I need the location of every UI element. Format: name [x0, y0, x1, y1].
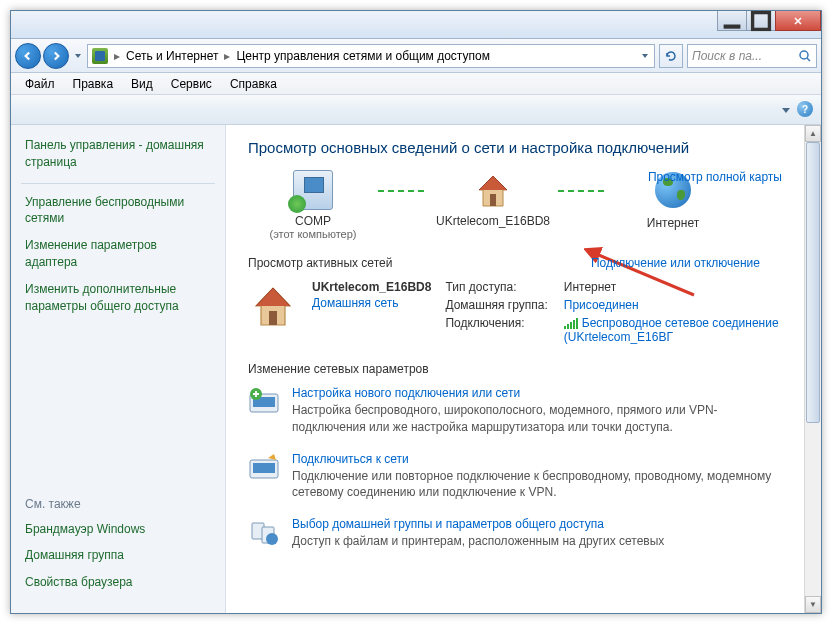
- svg-rect-6: [269, 311, 277, 325]
- scroll-down-button[interactable]: ▼: [805, 596, 821, 613]
- change-settings-title: Изменение сетевых параметров: [248, 362, 782, 376]
- task-link[interactable]: Настройка нового подключения или сети: [292, 386, 782, 400]
- content-body: Панель управления - домашняя страница Уп…: [11, 125, 821, 613]
- breadcrumb-part[interactable]: Центр управления сетями и общим доступом: [236, 49, 490, 63]
- network-map: COMP (этот компьютер) UKrtelecom_E16BD8 …: [248, 170, 782, 240]
- window: ▸ Сеть и Интернет ▸ Центр управления сет…: [10, 10, 822, 614]
- minimize-button[interactable]: [717, 11, 747, 31]
- svg-line-3: [807, 58, 810, 61]
- address-bar[interactable]: ▸ Сеть и Интернет ▸ Центр управления сет…: [87, 44, 655, 68]
- task-link[interactable]: Выбор домашней группы и параметров общег…: [292, 517, 664, 531]
- scroll-track[interactable]: [805, 142, 821, 596]
- close-button[interactable]: [775, 11, 821, 31]
- maximize-button[interactable]: [746, 11, 776, 31]
- sidebar-home-link[interactable]: Панель управления - домашняя страница: [25, 137, 211, 171]
- map-node-network[interactable]: UKrtelecom_E16BD8: [428, 170, 558, 228]
- back-button[interactable]: [15, 43, 41, 69]
- map-connector: [378, 190, 428, 192]
- menu-edit[interactable]: Правка: [65, 75, 122, 93]
- search-input[interactable]: Поиск в па...: [687, 44, 817, 68]
- connect-disconnect-link[interactable]: Подключение или отключение: [591, 256, 760, 270]
- forward-button[interactable]: [43, 43, 69, 69]
- home-network-icon: [473, 170, 513, 210]
- sidebar-link-firewall[interactable]: Брандмауэр Windows: [25, 521, 211, 538]
- refresh-button[interactable]: [659, 44, 683, 68]
- toolbar-dropdown-icon[interactable]: [781, 105, 791, 115]
- svg-rect-11: [253, 463, 275, 473]
- svg-point-14: [266, 533, 278, 545]
- computer-icon: [293, 170, 333, 210]
- window-controls: [718, 11, 821, 31]
- sidebar-link-homegroup[interactable]: Домашняя группа: [25, 547, 211, 564]
- task-link[interactable]: Подключиться к сети: [292, 452, 782, 466]
- svg-rect-4: [490, 194, 496, 206]
- prop-access-value: Интернет: [564, 280, 782, 294]
- task-desc: Подключение или повторное подключение к …: [292, 468, 782, 502]
- help-button[interactable]: ?: [797, 101, 813, 117]
- control-panel-icon: [92, 48, 108, 64]
- map-connector: [558, 190, 608, 192]
- prop-access-label: Тип доступа:: [445, 280, 547, 294]
- breadcrumb-sep: ▸: [224, 49, 230, 63]
- menu-file[interactable]: Файл: [17, 75, 63, 93]
- menu-view[interactable]: Вид: [123, 75, 161, 93]
- task-connect-network: Подключиться к сети Подключение или повт…: [248, 452, 782, 502]
- active-network-row: UKrtelecom_E16BD8 Домашняя сеть Тип дост…: [248, 280, 782, 344]
- home-network-icon: [248, 280, 298, 333]
- connect-network-icon: [248, 452, 280, 484]
- full-map-link[interactable]: Просмотр полной карты: [648, 170, 782, 184]
- task-new-connection: Настройка нового подключения или сети На…: [248, 386, 782, 436]
- sidebar-link-sharing[interactable]: Изменить дополнительные параметры общего…: [25, 281, 211, 315]
- map-node-computer[interactable]: COMP (этот компьютер): [248, 170, 378, 240]
- breadcrumb-sep: ▸: [114, 49, 120, 63]
- vertical-scrollbar[interactable]: ▲ ▼: [804, 125, 821, 613]
- svg-rect-1: [753, 12, 770, 29]
- network-type-link[interactable]: Домашняя сеть: [312, 296, 431, 310]
- sidebar-seealso: См. также: [25, 497, 211, 511]
- scroll-up-button[interactable]: ▲: [805, 125, 821, 142]
- scroll-thumb[interactable]: [806, 142, 820, 423]
- sidebar-link-browser[interactable]: Свойства браузера: [25, 574, 211, 591]
- menu-help[interactable]: Справка: [222, 75, 285, 93]
- network-properties: Тип доступа: Интернет Домашняя группа: П…: [445, 280, 782, 344]
- address-dropdown-icon[interactable]: [640, 51, 650, 61]
- prop-homegroup-label: Домашняя группа:: [445, 298, 547, 312]
- page-title: Просмотр основных сведений о сети и наст…: [248, 139, 782, 156]
- toolbar: ?: [11, 95, 821, 125]
- prop-homegroup-link[interactable]: Присоединен: [564, 298, 782, 312]
- search-placeholder: Поиск в па...: [692, 49, 762, 63]
- prop-connections-link[interactable]: Беспроводное сетевое соединение (UKrtele…: [564, 316, 782, 344]
- search-icon: [798, 49, 812, 63]
- homegroup-icon: [248, 517, 280, 549]
- navbar: ▸ Сеть и Интернет ▸ Центр управления сет…: [11, 39, 821, 73]
- sidebar-link-wireless[interactable]: Управление беспроводными сетями: [25, 194, 211, 228]
- network-name: UKrtelecom_E16BD8: [312, 280, 431, 294]
- task-desc: Доступ к файлам и принтерам, расположенн…: [292, 533, 664, 550]
- titlebar: [11, 11, 821, 39]
- menubar: Файл Правка Вид Сервис Справка: [11, 73, 821, 95]
- prop-connections-label: Подключения:: [445, 316, 547, 330]
- menu-service[interactable]: Сервис: [163, 75, 220, 93]
- signal-bars-icon: [564, 318, 578, 329]
- main-content: Просмотр основных сведений о сети и наст…: [226, 125, 804, 613]
- history-dropdown-icon[interactable]: [73, 51, 83, 61]
- sidebar-separator: [21, 183, 215, 184]
- new-connection-icon: [248, 386, 280, 418]
- task-desc: Настройка беспроводного, широкополосного…: [292, 402, 782, 436]
- sidebar-link-adapter[interactable]: Изменение параметров адаптера: [25, 237, 211, 271]
- sidebar: Панель управления - домашняя страница Уп…: [11, 125, 226, 613]
- breadcrumb-part[interactable]: Сеть и Интернет: [126, 49, 218, 63]
- svg-point-2: [800, 51, 808, 59]
- task-homegroup: Выбор домашней группы и параметров общег…: [248, 517, 782, 550]
